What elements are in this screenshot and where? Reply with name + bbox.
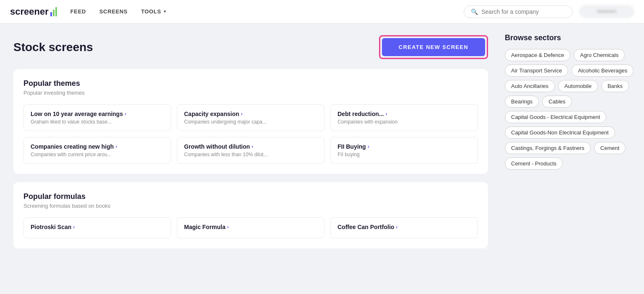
sector-tag-aerospace[interactable]: Aerospace & Defence — [505, 49, 570, 61]
page-header: Stock screens CREATE NEW SCREEN — [13, 35, 488, 59]
formula-item[interactable]: Piotroski Scan › — [23, 217, 171, 238]
arrow-icon: › — [73, 224, 75, 230]
create-button-wrapper: CREATE NEW SCREEN — [379, 35, 488, 59]
nav-screens[interactable]: SCREENS — [99, 8, 127, 15]
arrow-icon: › — [227, 224, 229, 230]
theme-item-desc: Companies with less than 10% dilut... — [184, 152, 317, 157]
page-title: Stock screens — [13, 41, 93, 54]
theme-item-title: Companies creating new high › — [31, 143, 164, 150]
formula-item-title: Magic Formula › — [184, 224, 317, 230]
arrow-icon: › — [368, 144, 369, 150]
sector-tag-air[interactable]: Air Transport Service — [505, 64, 568, 77]
theme-item[interactable]: Growth without dilution › Companies with… — [177, 137, 325, 164]
sidebar: Browse sectors Aerospace & Defence Agro … — [501, 23, 644, 268]
main-layout: Stock screens CREATE NEW SCREEN Popular … — [0, 23, 644, 268]
logo-text: screener — [10, 6, 49, 17]
theme-item-desc: FII buying — [338, 152, 471, 157]
chevron-down-icon: ▼ — [163, 9, 167, 14]
formula-item-title: Piotroski Scan › — [31, 224, 164, 230]
theme-item-desc: Companies with current price arou... — [31, 152, 164, 157]
search-bar[interactable]: 🔍 — [464, 5, 573, 18]
theme-item[interactable]: Debt reduction... › Companies with expan… — [330, 104, 478, 131]
theme-item-desc: Graham liked to value stocks base... — [31, 119, 164, 125]
popular-formulas-subtitle: Screening formulas based on books — [23, 203, 478, 209]
formula-item[interactable]: Magic Formula › — [177, 217, 325, 238]
theme-grid: Low on 10 year average earnings › Graham… — [23, 104, 478, 164]
nav-tools-label: TOOLS — [141, 8, 161, 15]
theme-item-desc: Companies undergoing major capa... — [184, 119, 317, 125]
sector-tag-castings[interactable]: Castings, Forgings & Fastners — [505, 142, 591, 154]
arrow-icon: › — [115, 144, 117, 150]
popular-themes-subtitle: Popular investing themes — [23, 90, 478, 96]
theme-item-title: FII Buying › — [338, 143, 471, 150]
popular-themes-title: Popular themes — [23, 79, 478, 88]
arrow-icon: › — [252, 144, 253, 150]
sector-tag-alcoholic[interactable]: Alcoholic Beverages — [571, 64, 634, 77]
popular-formulas-card: Popular formulas Screening formulas base… — [13, 182, 488, 248]
sectors-grid: Aerospace & Defence Agro Chemicals Air T… — [505, 49, 634, 170]
sector-tag-cement-products[interactable]: Cement - Products — [505, 157, 563, 170]
formula-item-title: Coffee Can Portfolio › — [338, 224, 471, 230]
arrow-icon: › — [385, 111, 387, 117]
sector-tag-cement[interactable]: Cement — [594, 142, 626, 154]
navbar: screener FEED SCREENS TOOLS ▼ 🔍 ••••••••… — [0, 0, 644, 23]
theme-item[interactable]: Capacity expansion › Companies undergoin… — [177, 104, 325, 131]
theme-item-title: Growth without dilution › — [184, 143, 317, 150]
sidebar-title: Browse sectors — [505, 34, 634, 42]
logo[interactable]: screener — [10, 6, 57, 17]
search-icon: 🔍 — [471, 8, 478, 15]
theme-item-title: Debt reduction... › — [338, 111, 471, 117]
theme-item-title: Low on 10 year average earnings › — [31, 111, 164, 117]
theme-item[interactable]: Companies creating new high › Companies … — [23, 137, 171, 164]
sector-tag-auto-ancillaries[interactable]: Auto Ancillaries — [505, 80, 555, 92]
popular-themes-card: Popular themes Popular investing themes … — [13, 69, 488, 174]
search-input[interactable] — [481, 8, 566, 15]
nav-feed[interactable]: FEED — [70, 8, 86, 15]
create-new-screen-button[interactable]: CREATE NEW SCREEN — [382, 38, 485, 56]
sector-tag-banks[interactable]: Banks — [601, 80, 629, 92]
arrow-icon: › — [241, 111, 243, 117]
theme-item[interactable]: Low on 10 year average earnings › Graham… — [23, 104, 171, 131]
formulas-grid: Piotroski Scan › Magic Formula › Coffee … — [23, 217, 478, 238]
theme-item[interactable]: FII Buying › FII buying — [330, 137, 478, 164]
formula-item[interactable]: Coffee Can Portfolio › — [330, 217, 478, 238]
nav-links: FEED SCREENS TOOLS ▼ — [70, 8, 167, 15]
sector-tag-bearings[interactable]: Bearings — [505, 95, 539, 108]
sector-tag-automobile[interactable]: Automobile — [558, 80, 598, 92]
arrow-icon: › — [125, 111, 126, 117]
theme-item-desc: Companies with expansion — [338, 119, 471, 125]
sector-tag-cables[interactable]: Cables — [542, 95, 571, 108]
popular-formulas-title: Popular formulas — [23, 192, 478, 201]
sector-tag-agro[interactable]: Agro Chemicals — [574, 49, 625, 61]
arrow-icon: › — [396, 224, 397, 230]
sector-tag-capital-goods-non-electrical[interactable]: Capital Goods-Non Electrical Equipment — [505, 126, 615, 139]
user-button[interactable]: •••••••••• — [579, 5, 634, 18]
sector-tag-capital-goods-electrical[interactable]: Capital Goods - Electrical Equipment — [505, 111, 606, 123]
nav-right: 🔍 •••••••••• — [464, 5, 634, 18]
logo-icon — [50, 7, 57, 16]
nav-tools[interactable]: TOOLS ▼ — [141, 8, 167, 15]
theme-item-title: Capacity expansion › — [184, 111, 317, 117]
content-area: Stock screens CREATE NEW SCREEN Popular … — [0, 23, 501, 268]
